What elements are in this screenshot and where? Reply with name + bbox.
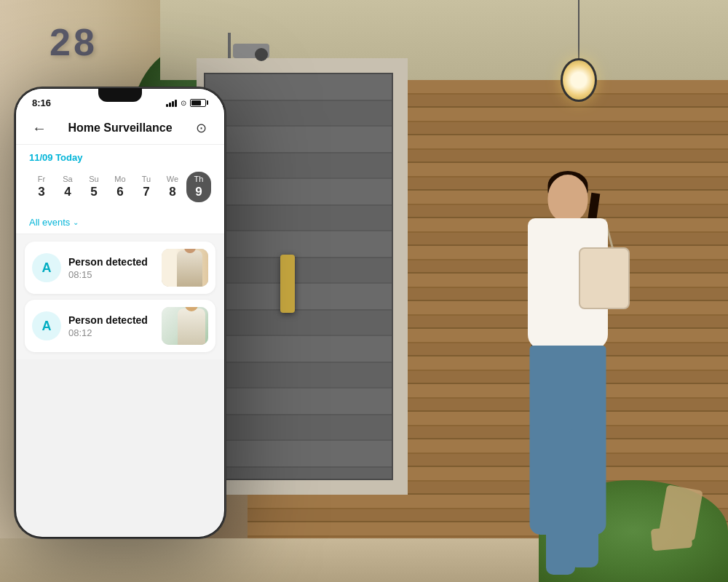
event-card-1[interactable]: A Person detected 08:15 [25,242,215,294]
event-avatar: A [32,253,61,282]
filter-label: All events [29,217,70,228]
battery-fill [191,100,201,105]
chevron-down-icon: ⌄ [73,218,79,226]
wifi-icon: ⊙ [181,99,186,107]
battery-body [190,99,206,107]
day-num: 8 [169,185,175,199]
signal-bar-3 [172,101,174,107]
event-thumbnail [162,307,208,345]
battery-icon [190,99,208,107]
day-item-8[interactable]: We 8 [160,172,185,202]
day-name: We [167,175,178,183]
event-thumbnail [162,249,208,287]
date-label: 11/09 Today [29,152,211,163]
event-time: 08:12 [68,327,154,338]
chair-seat [651,526,692,551]
event-time: 08:15 [68,269,154,280]
battery-tip [207,100,208,105]
camera-lens-icon [255,48,268,61]
status-time: 8:16 [32,97,51,108]
camera-mount [228,33,231,58]
event-info: Person detected 08:15 [68,256,154,280]
day-name: Mo [114,175,125,183]
day-num: 6 [116,185,123,199]
avatar-letter: A [42,319,52,334]
event-card-2[interactable]: A Person detected 08:12 [25,300,215,352]
phone-outer: 8:16 ⊙ [15,87,226,538]
events-list: A Person detected 08:15 A Person detecte… [16,234,224,359]
event-thumbnail-wrapper [162,307,208,345]
person-figure [495,160,641,582]
date-header: 11/09 Today Fr 3 Sa 4 Su 5 Mo 6 Tu 7 We … [16,145,224,210]
deck-chair [648,487,706,560]
event-thumbnail-wrapper [162,249,208,287]
person-body [495,160,641,582]
day-item-5[interactable]: Su 5 [82,172,106,202]
avatar-letter: A [42,260,52,276]
event-avatar: A [32,311,61,340]
target-icon: ⊙ [196,120,207,136]
garage-door [204,73,393,480]
day-item-6[interactable]: Mo 6 [108,172,132,202]
day-name: Tu [142,175,151,183]
day-name: Fr [38,175,45,183]
target-button[interactable]: ⊙ [191,118,211,138]
house-number: 28 [50,20,98,64]
event-title: Person detected [68,256,154,268]
day-num: 9 [195,185,202,199]
day-num: 5 [90,185,97,199]
lamp-shade [561,58,597,102]
person-leg-right [569,429,598,567]
status-icons: ⊙ [166,98,208,107]
signal-bar-4 [175,100,177,107]
hanging-lamp [561,0,597,102]
signal-icon [166,98,177,107]
camera-body [233,44,269,58]
person-bag [579,247,630,309]
event-info: Person detected 08:12 [68,314,154,338]
nav-title: Home Surveillance [50,121,191,135]
signal-bar-2 [169,103,171,107]
day-num: 7 [143,185,149,199]
day-name: Th [194,175,204,183]
phone: 8:16 ⊙ [15,87,226,538]
nav-bar: ← Home Surveillance ⊙ [16,112,224,145]
signal-bar-1 [166,104,168,107]
lamp-cord [578,0,579,58]
filter-bar[interactable]: All events ⌄ [16,210,224,234]
person-head [548,175,588,222]
day-num: 4 [64,185,71,199]
day-item-3[interactable]: Fr 3 [29,172,54,202]
door-lock [280,255,295,313]
security-camera [222,40,280,62]
day-num: 3 [38,185,44,199]
back-arrow-icon: ← [32,121,47,135]
day-name: Su [89,175,98,183]
day-item-4[interactable]: Sa 4 [55,172,80,202]
back-button[interactable]: ← [29,118,50,138]
day-item-7[interactable]: Tu 7 [134,172,159,202]
phone-notch [98,89,142,102]
event-title: Person detected [68,314,154,326]
day-name: Sa [63,175,72,183]
phone-screen[interactable]: 8:16 ⊙ [16,89,224,537]
app-content: 11/09 Today Fr 3 Sa 4 Su 5 Mo 6 Tu 7 We … [16,145,224,359]
day-item-9[interactable]: Th 9 [186,172,211,202]
day-selector[interactable]: Fr 3 Sa 4 Su 5 Mo 6 Tu 7 We 8 Th 9 [29,169,211,205]
